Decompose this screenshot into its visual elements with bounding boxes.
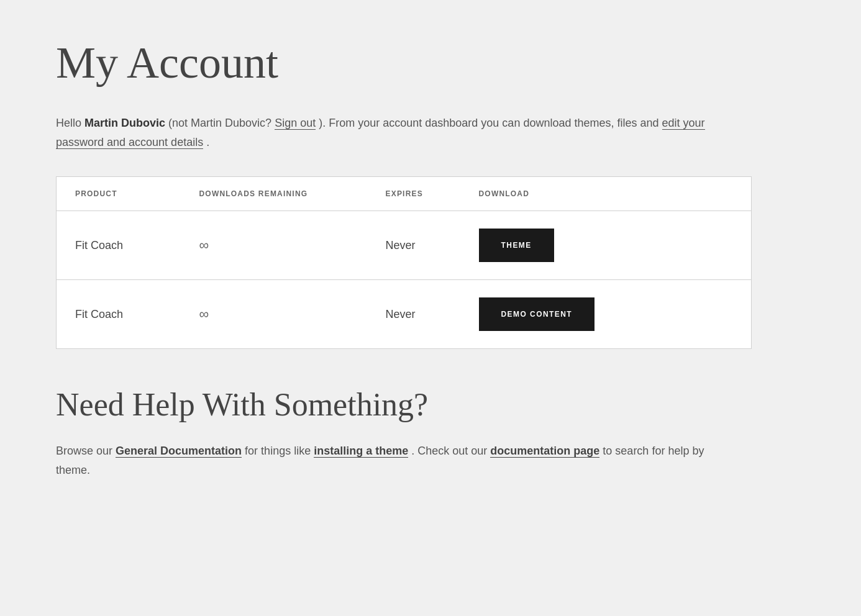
help-text-middle2: . Check out our [411,445,490,457]
help-text-middle: for things like [245,445,314,457]
col-header-product: PRODUCT [57,177,181,211]
download-demo-content-button[interactable]: DEMO CONTENT [479,297,595,331]
welcome-period: . [206,136,209,148]
expires-1: Never [367,211,460,280]
download-cell-2: DEMO CONTENT [460,280,752,349]
not-you-prefix: (not Martin Dubovic? [168,117,275,129]
product-name-2: Fit Coach [57,280,181,349]
expires-2: Never [367,280,460,349]
table-header-row: PRODUCT DOWNLOADS REMAINING EXPIRES DOWN… [57,177,752,211]
docs-page-link[interactable]: documentation page [490,445,599,458]
help-title: Need Help With Something? [56,386,739,423]
downloads-remaining-2: ∞ [181,280,367,349]
help-section: Need Help With Something? Browse our Gen… [56,386,739,479]
not-you-suffix: ). From your account dashboard you can d… [319,117,662,129]
page-title: My Account [56,37,805,89]
help-text: Browse our General Documentation for thi… [56,442,739,479]
sign-out-link[interactable]: Sign out [275,117,316,130]
product-name-1: Fit Coach [57,211,181,280]
col-header-downloads: DOWNLOADS REMAINING [181,177,367,211]
general-docs-link[interactable]: General Documentation [116,445,242,458]
download-theme-button[interactable]: THEME [479,229,554,262]
table-row: Fit Coach ∞ Never THEME [57,211,752,280]
username: Martin Dubovic [84,117,165,129]
col-header-expires: EXPIRES [367,177,460,211]
welcome-message: Hello Martin Dubovic (not Martin Dubovic… [56,114,739,152]
help-text-prefix: Browse our [56,445,116,457]
downloads-remaining-1: ∞ [181,211,367,280]
infinity-symbol-1: ∞ [199,237,209,253]
installing-theme-link[interactable]: installing a theme [314,445,408,458]
welcome-prefix: Hello [56,117,84,129]
download-cell-1: THEME [460,211,752,280]
infinity-symbol-2: ∞ [199,306,209,322]
col-header-download: DOWNLOAD [460,177,752,211]
downloads-table: PRODUCT DOWNLOADS REMAINING EXPIRES DOWN… [56,176,752,349]
table-row: Fit Coach ∞ Never DEMO CONTENT [57,280,752,349]
